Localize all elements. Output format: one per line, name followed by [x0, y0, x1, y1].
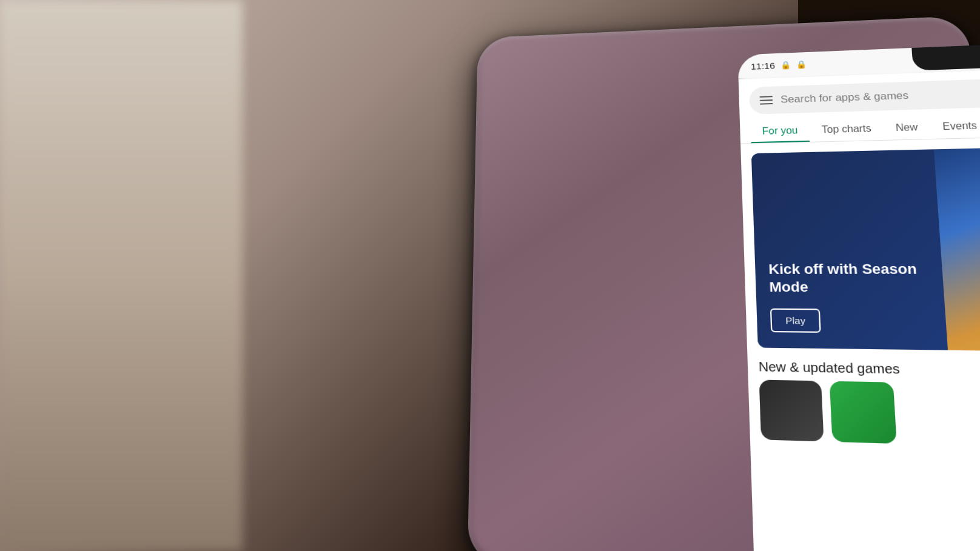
phone-container: 11:16 🔒 🔒 ⏰ 📳	[232, 16, 726, 551]
banner-title: Kick off with Season Mode	[768, 260, 955, 298]
game-thumb-1[interactable]	[759, 379, 824, 441]
search-text[interactable]: Search for apps & games	[780, 81, 980, 106]
play-content: Search for apps & games 🎤 For you Top ch…	[739, 62, 980, 551]
tab-top-charts[interactable]: Top charts	[809, 116, 884, 141]
hamburger-icon[interactable]	[760, 96, 773, 104]
tab-for-you[interactable]: For you	[750, 119, 810, 143]
lock-icon-1: 🔒	[780, 60, 791, 69]
tab-new[interactable]: New	[883, 115, 931, 140]
games-row	[748, 379, 980, 455]
search-bar[interactable]: Search for apps & games 🎤	[749, 71, 980, 115]
notch	[911, 43, 980, 71]
time-display: 11:16	[751, 60, 775, 71]
section-title: New & updated games	[747, 347, 912, 382]
phone-case: 11:16 🔒 🔒 ⏰ 📳	[468, 16, 980, 551]
tab-events[interactable]: Events	[929, 113, 980, 139]
banner-play-button[interactable]: Play	[770, 309, 821, 333]
banner-card: Kick off with Season Mode Play	[751, 142, 980, 354]
bg-left	[0, 0, 243, 551]
phone-screen: 11:16 🔒 🔒 ⏰ 📳	[737, 35, 980, 551]
scene: 11:16 🔒 🔒 ⏰ 📳	[0, 0, 980, 551]
lock-icon-2: 🔒	[796, 59, 807, 68]
status-left: 11:16 🔒 🔒	[751, 59, 807, 71]
game-thumb-2[interactable]	[830, 381, 897, 444]
